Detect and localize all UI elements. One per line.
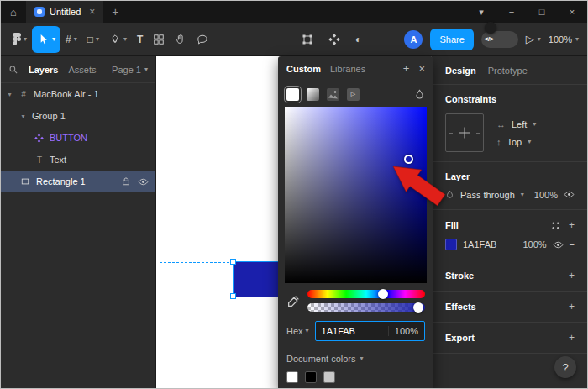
layer-row-rectangle[interactable]: Rectangle 1	[1, 171, 155, 192]
unlock-icon[interactable]	[121, 176, 131, 187]
close-tab-icon[interactable]: ×	[89, 6, 95, 18]
swatch-gray[interactable]	[323, 371, 335, 383]
window-maximize-icon[interactable]: □	[527, 1, 557, 23]
frame-tool-button[interactable]: # ▾	[60, 26, 82, 53]
constraints-title: Constraints	[445, 94, 496, 104]
vertical-constraint-select[interactable]: ↕ Top ▾	[496, 137, 536, 147]
search-icon[interactable]	[8, 65, 18, 75]
blend-mode-select[interactable]: Pass through	[460, 190, 515, 200]
move-tool-button[interactable]: ▾	[32, 26, 60, 53]
share-button[interactable]: Share	[430, 29, 473, 50]
chevron-down-icon[interactable]: ▾	[96, 36, 99, 43]
layer-row-component[interactable]: BUTTON	[1, 127, 155, 149]
droplet-icon[interactable]	[414, 89, 425, 100]
shape-tool-button[interactable]: □ ▾	[82, 26, 104, 53]
layer-opacity-field[interactable]: 100%	[534, 190, 558, 200]
chevron-down-icon: ▾	[528, 139, 531, 145]
red-annotation-arrow	[389, 162, 452, 213]
fill-hex-field[interactable]: 1A1FAB	[463, 239, 496, 250]
edit-object-button[interactable]	[297, 26, 318, 53]
swatch-black[interactable]	[305, 371, 317, 383]
remove-fill-icon[interactable]: −	[570, 239, 575, 250]
chevron-down-icon[interactable]: ▾	[52, 36, 55, 43]
tab-custom[interactable]: Custom	[286, 64, 321, 74]
zoom-control[interactable]: 100% ▾	[549, 34, 579, 45]
image-fill-chip[interactable]	[327, 88, 339, 101]
chevron-down-icon[interactable]: ▾	[6, 91, 13, 98]
comment-icon	[197, 34, 208, 45]
new-tab-button[interactable]: +	[103, 5, 127, 18]
resize-handle-bottom-left[interactable]	[230, 293, 236, 299]
selected-rectangle[interactable]	[234, 262, 282, 297]
resources-tool-button[interactable]	[148, 26, 170, 53]
document-color-swatches	[278, 371, 433, 383]
export-section-title: Export	[445, 333, 475, 343]
resize-handle-top-left[interactable]	[230, 259, 236, 265]
constraints-center-icon[interactable]	[459, 128, 470, 139]
eyedropper-icon[interactable]	[286, 294, 301, 308]
close-picker-icon[interactable]: ×	[418, 62, 425, 75]
layer-row-text[interactable]: T Text	[1, 149, 155, 171]
add-fill-icon[interactable]: +	[569, 219, 575, 231]
fill-color-swatch[interactable]	[445, 239, 457, 250]
video-fill-chip[interactable]: ▷	[347, 88, 360, 101]
code-icon: </>	[485, 35, 493, 43]
text-layer-icon: T	[34, 155, 45, 165]
opacity-input[interactable]: 100%	[388, 326, 424, 336]
hue-slider[interactable]	[307, 290, 425, 298]
page-selector[interactable]: Page 1 ▾	[112, 65, 148, 75]
window-minimize-icon[interactable]: −	[496, 1, 527, 23]
swatch-white[interactable]	[286, 371, 298, 383]
tab-assets[interactable]: Assets	[68, 65, 96, 75]
alpha-knob[interactable]	[413, 302, 423, 313]
constraints-widget[interactable]	[445, 113, 484, 152]
chevron-down-icon[interactable]: ▾	[19, 113, 27, 120]
hex-value-input[interactable]: 1A1FAB	[316, 326, 388, 336]
layer-row-group[interactable]: ▾ Group 1	[1, 105, 155, 127]
add-stroke-icon[interactable]: +	[569, 270, 575, 281]
pen-tool-button[interactable]: ▾	[104, 26, 132, 53]
create-component-button[interactable]	[323, 26, 345, 53]
layer-row-frame[interactable]: ▾ # MacBook Air - 1	[1, 83, 155, 105]
add-color-icon[interactable]: +	[403, 62, 410, 75]
window-close-icon[interactable]: ×	[557, 1, 587, 23]
text-tool-button[interactable]: T	[132, 26, 148, 53]
comment-tool-button[interactable]	[192, 26, 213, 53]
dev-mode-toggle[interactable]: </>	[481, 31, 518, 48]
window-menu-chevron-icon[interactable]: ▾	[466, 1, 496, 23]
hue-knob[interactable]	[378, 289, 388, 299]
use-as-mask-button[interactable]: ◐	[350, 26, 366, 53]
avatar[interactable]: A	[404, 30, 423, 49]
eye-icon[interactable]	[564, 189, 575, 200]
fill-opacity-field[interactable]: 100%	[522, 239, 546, 250]
color-picker-panel: Custom Libraries + × ▷	[278, 56, 433, 389]
solid-fill-chip[interactable]	[286, 88, 299, 101]
document-colors-label: Document colors	[286, 354, 356, 364]
add-effect-icon[interactable]: +	[569, 301, 575, 313]
effects-section-title: Effects	[445, 302, 476, 312]
tab-design[interactable]: Design	[445, 66, 476, 76]
alpha-slider[interactable]	[307, 303, 425, 312]
add-export-icon[interactable]: +	[569, 332, 575, 344]
hand-tool-button[interactable]	[170, 26, 192, 53]
chevron-down-icon[interactable]: ▾	[74, 36, 77, 43]
styles-icon[interactable]	[551, 221, 560, 230]
file-tab[interactable]: Untitled ×	[26, 1, 103, 23]
chevron-down-icon[interactable]: ▾	[123, 36, 127, 43]
tab-layers[interactable]: Layers	[29, 65, 58, 75]
home-icon[interactable]: ⌂	[1, 6, 26, 18]
hex-format-select[interactable]: Hex ▾	[286, 326, 309, 336]
tab-libraries[interactable]: Libraries	[330, 64, 365, 74]
eye-icon[interactable]	[553, 239, 564, 250]
frame-layer-icon: #	[18, 90, 29, 99]
gradient-fill-chip[interactable]	[307, 88, 319, 101]
horizontal-constraint-select[interactable]: ↔ Left ▾	[496, 119, 536, 129]
present-button[interactable]: ▷ ▾	[526, 34, 541, 45]
eye-icon[interactable]	[138, 176, 149, 187]
tab-prototype[interactable]: Prototype	[488, 66, 528, 76]
help-button[interactable]: ?	[554, 356, 576, 378]
main-menu-button[interactable]: ▾	[8, 26, 32, 53]
chevron-down-icon[interactable]: ▾	[521, 192, 524, 198]
document-colors-toggle[interactable]: Document colors ▾	[278, 341, 433, 371]
chevron-down-icon[interactable]: ▾	[538, 36, 541, 43]
